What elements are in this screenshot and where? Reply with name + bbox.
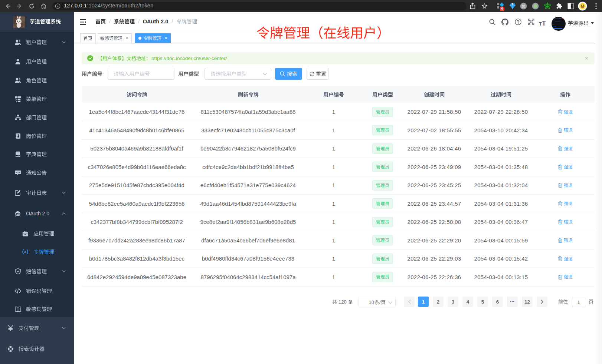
svg-text:9: 9 (501, 7, 503, 11)
svg-text:⌘: ⌘ (521, 4, 526, 9)
svg-text:a: a (24, 249, 26, 254)
